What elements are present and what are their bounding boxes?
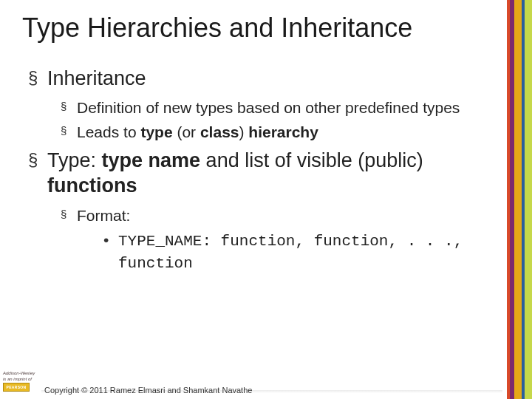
bullet-definition: Definition of new types based on other p…	[47, 98, 510, 118]
copyright-text: Copyright © 2011 Ramez Elmasri and Shamk…	[44, 386, 252, 395]
bullet-text: Definition of new types based on other p…	[77, 99, 460, 116]
text: Leads to	[77, 123, 140, 140]
text: )	[239, 123, 249, 140]
slide-title: Type Hierarchies and Inheritance	[22, 13, 510, 43]
bullet-leads-to: Leads to type (or class) hierarchy	[47, 123, 510, 143]
text-bold: type	[140, 123, 172, 140]
bullet-format: Format: TYPE_NAME: function, function, .…	[47, 206, 510, 273]
bullet-inheritance: Inheritance Definition of new types base…	[28, 66, 510, 143]
pearson-label: PEARSON	[7, 385, 27, 389]
text: and list of visible (public)	[200, 149, 423, 171]
text-bold: hierarchy	[248, 123, 318, 140]
bullet-type-name-syntax: TYPE_NAME: function, function, . . ., fu…	[77, 230, 510, 273]
accent-bar	[507, 0, 532, 399]
text-bold: type name	[102, 149, 201, 171]
bullet-text: Format:	[77, 207, 130, 224]
slide: Type Hierarchies and Inheritance Inherit…	[0, 0, 532, 399]
logo-line1: Addison-Wesley	[3, 371, 40, 375]
text-bold: functions	[47, 174, 137, 197]
accent-stripe	[514, 0, 522, 399]
pearson-badge: PEARSON	[3, 383, 30, 392]
slide-body: Inheritance Definition of new types base…	[22, 66, 510, 273]
text-bold: class	[200, 123, 239, 140]
bullet-type: Type: type name and list of visible (pub…	[28, 149, 510, 273]
text: Type:	[47, 149, 102, 171]
text: (or	[173, 123, 200, 140]
slide-footer: Addison-Wesley is an imprint of PEARSON …	[0, 369, 532, 399]
code-text: TYPE_NAME: function, function, . . ., fu…	[118, 233, 463, 271]
logo-line2: is an imprint of	[3, 377, 40, 381]
publisher-logo: Addison-Wesley is an imprint of PEARSON	[3, 371, 40, 396]
bullet-text: Inheritance	[47, 67, 146, 89]
accent-stripe	[525, 0, 532, 399]
